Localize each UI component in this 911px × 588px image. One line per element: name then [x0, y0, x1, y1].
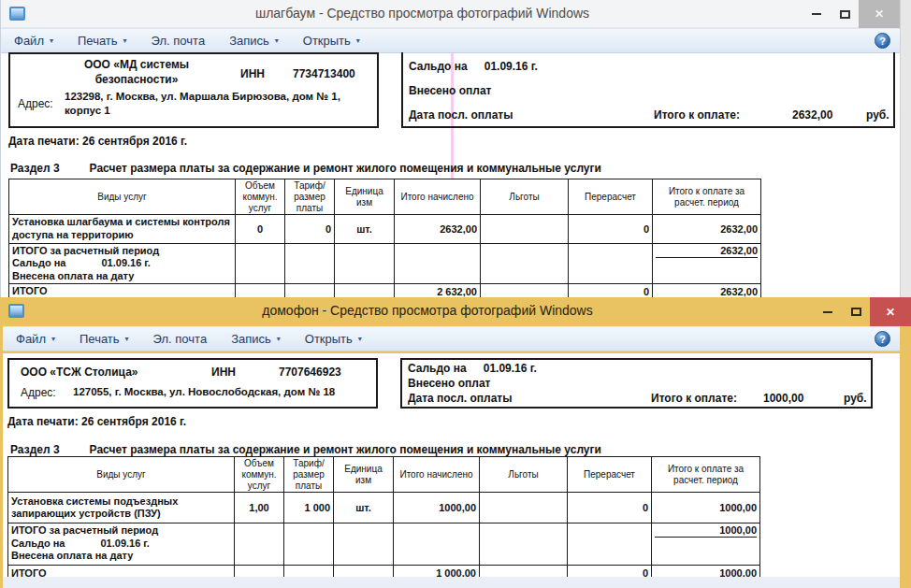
cell-service-name: Установка системы подъездных запирающих … — [8, 493, 235, 523]
inn-label: ИНН — [240, 67, 265, 80]
cell-empty — [480, 523, 568, 566]
chevron-down-icon: ▾ — [50, 36, 53, 45]
window-title: шлагбаум - Средство просмотра фотографий… — [76, 6, 769, 21]
menu-bar: Файл▾ Печать▾ Эл. почта Запись▾ Открыть▾… — [1, 28, 900, 53]
cell-accrued: 2632,00 — [395, 215, 481, 244]
section-title: Расчет размера платы за содержание и рем… — [90, 162, 601, 175]
scanned-invoice-domofon: ООО «ТСЖ Столица» ИНН 7707646923 Адрес: … — [3, 353, 900, 588]
col-accrued: Итого начислено — [394, 457, 480, 493]
summary-line3: Внесена оплата на дату — [11, 550, 231, 563]
saldo-label: Сальдо на — [408, 362, 467, 375]
summary-line2: Сальдо на01.09.16 г. — [12, 257, 232, 270]
menu-open-label: Открыть — [305, 332, 353, 346]
photo-canvas[interactable]: ООО «МД системы безопасности» ИНН 773471… — [1, 53, 901, 297]
org-info-box: ООО «МД системы безопасности» ИНН 773471… — [8, 52, 379, 128]
menu-open[interactable]: Открыть▾ — [303, 34, 360, 48]
inn-value: 7734713400 — [293, 67, 355, 80]
address-label: Адрес: — [21, 386, 56, 399]
org-name: ООО «МД системы безопасности» — [57, 58, 216, 87]
cell-accrued: 1000,00 — [394, 493, 480, 523]
col-recalc: Перерасчет — [569, 179, 653, 215]
cell-empty — [481, 243, 569, 284]
menu-bar: Файл▾ Печать▾ Эл. почта Запись▾ Открыть▾… — [3, 326, 900, 351]
address-value: 127055, г. Москва, ул. Новослободская, д… — [73, 386, 335, 397]
charges-table: Виды услуг Объем коммун. услуг Тариф/ ра… — [7, 456, 760, 581]
cell-summary-lines: ИТОГО за расчетный период Сальдо на01.09… — [8, 523, 235, 566]
window-title: домофон - Средство просмотра фотографий … — [75, 303, 780, 318]
maximize-button[interactable] — [831, 0, 859, 28]
cell-empty — [335, 243, 395, 284]
col-benefits: Льготы — [480, 457, 568, 493]
close-button[interactable]: ✕ — [859, 0, 900, 28]
table-row: ИТОГО за расчетный период Сальдо на01.09… — [8, 523, 760, 566]
menu-burn-label: Запись — [229, 34, 269, 48]
cell-empty — [235, 523, 284, 566]
photo-viewer-window-shlagbaum: шлагбаум - Средство просмотра фотографий… — [0, 0, 900, 297]
menu-email[interactable]: Эл. почта — [152, 34, 206, 48]
menu-burn[interactable]: Запись▾ — [231, 332, 281, 346]
saldo-label: Сальдо на — [409, 60, 468, 73]
cell-empty — [334, 523, 394, 566]
table-row: Установка шлагбаума и системы контроля д… — [9, 215, 761, 244]
section-label: Раздел 3 — [10, 162, 60, 175]
cell-total: 2632,00 — [653, 215, 761, 244]
saldo-date: 01.09.16 г. — [484, 60, 538, 73]
photo-viewer-window-domofon: домофон - Средство просмотра фотографий … — [0, 297, 911, 588]
photo-canvas[interactable]: ООО «ТСЖ Столица» ИНН 7707646923 Адрес: … — [3, 353, 900, 588]
col-unit: Единица изм — [334, 457, 394, 493]
chevron-down-icon: ▾ — [275, 36, 279, 45]
address-label: Адрес: — [18, 97, 53, 110]
menu-email[interactable]: Эл. почта — [153, 332, 208, 346]
col-volume: Объем коммун. услуг — [236, 179, 285, 215]
cell-summary-total: 1000,00 — [652, 523, 760, 566]
summary-line2: Сальдо на01.09.16 г. — [11, 538, 231, 551]
chevron-down-icon: ▾ — [358, 335, 362, 343]
menu-burn-label: Запись — [231, 332, 271, 346]
menu-print[interactable]: Печать▾ — [78, 34, 127, 48]
title-bar[interactable]: шлагбаум - Средство просмотра фотографий… — [1, 0, 900, 28]
cell-tariff: 1 000 — [284, 493, 334, 523]
currency-label: руб. — [844, 392, 867, 405]
cell-empty — [394, 523, 480, 566]
col-tariff: Тариф/ размер платы — [285, 179, 335, 215]
title-bar[interactable]: домофон - Средство просмотра фотографий … — [0, 297, 911, 326]
cell-benefits — [481, 215, 569, 244]
col-volume: Объем коммун. услуг — [235, 457, 284, 493]
cell-total: 1000,00 — [652, 493, 760, 523]
menu-file[interactable]: Файл▾ — [16, 332, 55, 346]
balance-box: Сальдо на01.09.16 г. Внесено оплат Дата … — [400, 358, 873, 409]
minimize-button[interactable] — [803, 0, 831, 28]
col-total: Итого к оплате за расчет. период — [653, 179, 761, 215]
maximize-button[interactable] — [842, 297, 870, 326]
cell-summary-lines: ИТОГО за расчетный период Сальдо на01.09… — [9, 243, 236, 284]
menu-file-label: Файл — [16, 332, 46, 346]
total-due-value: 2632,00 — [792, 108, 832, 122]
col-tariff: Тариф/ размер платы — [284, 457, 334, 493]
org-info-box: ООО «ТСЖ Столица» ИНН 7707646923 Адрес: … — [7, 358, 378, 409]
cell-unit: шт. — [334, 493, 394, 523]
org-name: ООО «ТСЖ Столица» — [21, 366, 137, 379]
menu-open[interactable]: Открыть▾ — [305, 332, 362, 346]
cell-empty — [236, 243, 285, 284]
cell-volume: 1,00 — [235, 493, 284, 523]
menu-file[interactable]: Файл▾ — [14, 34, 53, 48]
close-button[interactable]: ✕ — [870, 297, 911, 326]
col-benefits: Льготы — [481, 179, 569, 215]
minimize-icon — [812, 13, 821, 15]
menu-file-label: Файл — [14, 34, 44, 48]
menu-email-label: Эл. почта — [153, 332, 208, 346]
menu-print[interactable]: Печать▾ — [80, 332, 129, 346]
help-icon[interactable]: ? — [875, 331, 890, 347]
viewer-bottom-toolbar — [3, 577, 900, 588]
print-date: Дата печати: 26 сентября 2016 г. — [8, 135, 187, 148]
menu-burn[interactable]: Запись▾ — [229, 34, 279, 48]
minimize-button[interactable] — [814, 297, 842, 326]
photo-viewer-icon — [9, 7, 25, 21]
help-icon[interactable]: ? — [875, 33, 890, 49]
col-services: Виды услуг — [8, 457, 235, 493]
scanned-invoice-shlagbaum: ООО «МД системы безопасности» ИНН 773471… — [1, 53, 901, 297]
background-window-edge — [900, 0, 911, 297]
total-due-value: 1000,00 — [763, 392, 803, 405]
chevron-down-icon: ▾ — [123, 36, 127, 45]
last-payment-label: Дата посл. оплаты — [409, 108, 513, 122]
